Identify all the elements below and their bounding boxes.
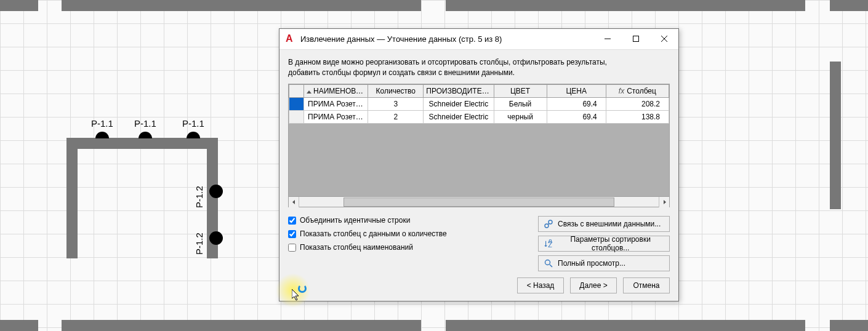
- dialog-footer: < Назад Далее > Отмена: [279, 271, 678, 301]
- data-grid[interactable]: НАИМЕНОВАНИЕ Количество ПРОИЗВОДИТЕЛЬ ЦВ…: [288, 84, 670, 207]
- scroll-left-button[interactable]: [289, 197, 299, 207]
- sort-options-button[interactable]: AZ Параметры сортировки столбцов...: [538, 236, 670, 252]
- description-line: В данном виде можно реорганизовать и отс…: [288, 58, 607, 66]
- wall-segment: [66, 138, 78, 258]
- cell-price[interactable]: 69.4: [547, 98, 606, 111]
- outlet-icon: [139, 132, 152, 138]
- data-extraction-dialog: A Извлечение данных — Уточнение данных (…: [279, 28, 679, 301]
- svg-marker-4: [292, 200, 295, 204]
- checkbox-label: Объединить идентичные строки: [300, 216, 410, 225]
- svg-rect-1: [633, 36, 639, 42]
- wall-segment: [830, 62, 841, 209]
- outlet-icon: [209, 231, 223, 245]
- search-icon: [544, 258, 553, 268]
- description-line: добавить столбцы формул и создать связи …: [288, 68, 515, 77]
- checkbox-show-qty[interactable]: Показать столбец с данными о количестве: [288, 229, 526, 238]
- wall-segment: [66, 138, 218, 149]
- maximize-button[interactable]: [622, 29, 650, 49]
- checkbox-input[interactable]: [288, 230, 296, 238]
- horizontal-scrollbar[interactable]: [289, 196, 669, 207]
- outlet-label: P-1.1: [91, 118, 113, 129]
- checkbox-input[interactable]: [288, 217, 296, 225]
- wall-segment: [830, 320, 868, 331]
- cell-calc[interactable]: 138.8: [606, 111, 669, 124]
- wall-segment: [446, 0, 805, 11]
- outlet-label: P-1.1: [182, 118, 204, 129]
- autocad-logo-icon: A: [286, 34, 295, 44]
- sort-ascending-icon: [307, 90, 311, 94]
- cell-qty[interactable]: 3: [368, 98, 424, 111]
- back-button[interactable]: < Назад: [517, 277, 564, 293]
- scroll-track[interactable]: [299, 197, 659, 207]
- dialog-description: В данном виде можно реорганизовать и отс…: [279, 50, 678, 84]
- row-header[interactable]: [289, 111, 304, 124]
- svg-line-8: [548, 223, 549, 225]
- cell-name[interactable]: ПРИМА Розетк...: [304, 98, 368, 111]
- cell-price[interactable]: 69.4: [547, 111, 606, 124]
- row-header-corner[interactable]: [289, 85, 304, 98]
- link-external-data-button[interactable]: Связь с внешними данными...: [538, 216, 670, 232]
- fx-icon: fx: [619, 87, 624, 95]
- outlet-label: P-1.1: [134, 118, 156, 129]
- next-button[interactable]: Далее >: [570, 277, 617, 293]
- button-label: Параметры сортировки столбцов...: [557, 235, 664, 252]
- svg-text:Z: Z: [548, 241, 552, 248]
- svg-marker-5: [664, 200, 666, 204]
- column-header-mfr[interactable]: ПРОИЗВОДИТЕЛЬ: [424, 85, 494, 98]
- cell-qty[interactable]: 2: [368, 111, 424, 124]
- column-header-color[interactable]: ЦВЕТ: [494, 85, 547, 98]
- cell-mfr[interactable]: Schneider Electric: [424, 111, 494, 124]
- column-header-formula[interactable]: fxСтолбец: [606, 85, 669, 98]
- cell-color[interactable]: Белый: [494, 98, 547, 111]
- button-label: Связь с внешними данными...: [558, 220, 661, 228]
- scroll-right-button[interactable]: [659, 197, 669, 207]
- svg-line-12: [550, 265, 552, 267]
- wall-segment: [0, 320, 38, 331]
- link-icon: [544, 219, 553, 229]
- outlet-icon: [209, 185, 223, 198]
- dialog-title: Извлечение данных — Уточнение данных (ст…: [300, 34, 593, 44]
- close-button[interactable]: [650, 29, 678, 49]
- column-header-price[interactable]: ЦЕНА: [547, 85, 606, 98]
- cell-name[interactable]: ПРИМА Розетк...: [304, 111, 368, 124]
- checkbox-show-names[interactable]: Показать столбец наименований: [288, 243, 526, 252]
- row-header[interactable]: [289, 98, 304, 111]
- wall-segment: [62, 320, 421, 331]
- outlet-icon: [95, 132, 109, 138]
- cell-color[interactable]: черный: [494, 111, 547, 124]
- wall-segment: [62, 0, 421, 11]
- cell-calc[interactable]: 208.2: [606, 98, 669, 111]
- outlet-icon: [187, 132, 200, 138]
- wall-segment: [0, 0, 38, 11]
- minimize-button[interactable]: [593, 29, 622, 49]
- checkbox-label: Показать столбец наименований: [300, 243, 413, 252]
- outlet-label: P-1.2: [194, 233, 204, 255]
- table-row[interactable]: ПРИМА Розетк... 3 Schneider Electric Бел…: [289, 98, 669, 111]
- titlebar[interactable]: A Извлечение данных — Уточнение данных (…: [279, 29, 678, 50]
- wall-segment: [830, 0, 868, 11]
- checkbox-merge-rows[interactable]: Объединить идентичные строки: [288, 216, 526, 225]
- outlet-label: P-1.2: [194, 186, 204, 208]
- scroll-thumb[interactable]: [344, 197, 614, 207]
- wall-segment: [446, 320, 805, 331]
- button-label: Полный просмотр...: [558, 259, 625, 268]
- cell-mfr[interactable]: Schneider Electric: [424, 98, 494, 111]
- table-row[interactable]: ПРИМА Розетк... 2 Schneider Electric чер…: [289, 111, 669, 124]
- svg-point-11: [545, 260, 550, 265]
- checkbox-label: Показать столбец с данными о количестве: [300, 229, 447, 238]
- sort-icon: AZ: [544, 239, 552, 249]
- full-preview-button[interactable]: Полный просмотр...: [538, 255, 670, 271]
- checkbox-input[interactable]: [288, 244, 296, 252]
- grid-empty-area: [289, 124, 669, 196]
- column-header-name[interactable]: НАИМЕНОВАНИЕ: [304, 85, 368, 98]
- cancel-button[interactable]: Отмена: [623, 277, 670, 293]
- column-header-qty[interactable]: Количество: [368, 85, 424, 98]
